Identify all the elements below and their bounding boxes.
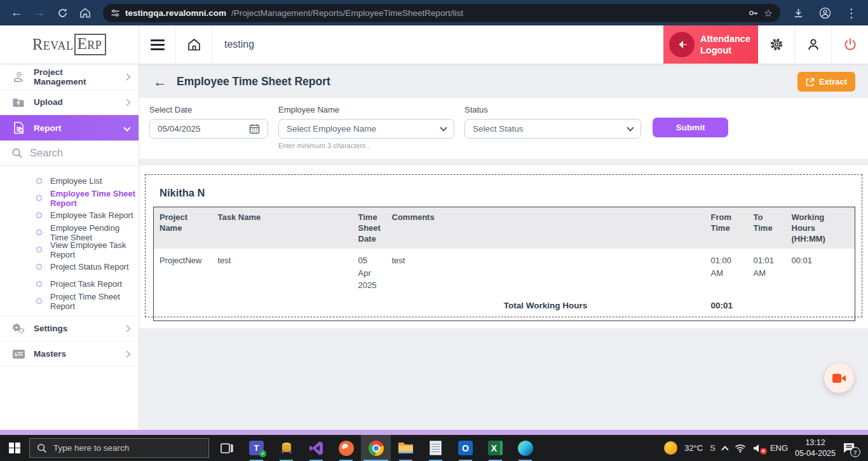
browser-home-button[interactable] <box>74 3 97 23</box>
column-header: Time Sheet Date <box>353 207 386 249</box>
submenu-item-employee-task-report[interactable]: Employee Task Report <box>0 207 139 224</box>
cell-from-time: 01:00 AM <box>705 249 748 298</box>
column-header: Project Name <box>154 207 212 249</box>
app-home-button[interactable] <box>176 25 212 64</box>
taskbar-app-excel[interactable]: X <box>480 435 510 461</box>
visual-studio-icon <box>309 441 324 456</box>
page-title: Employee Time Sheet Report <box>177 75 330 88</box>
total-working-hours-label: Total Working Hours <box>386 298 705 320</box>
weather-sun-icon[interactable] <box>664 441 677 455</box>
hamburger-icon <box>151 39 165 50</box>
employee-name-select[interactable]: Select Employee Name <box>278 119 454 139</box>
password-key-icon[interactable] <box>748 8 759 18</box>
attendance-logout-button[interactable]: Attendance Logout <box>663 25 758 64</box>
browser-menu-button[interactable]: ⋮ <box>840 3 863 23</box>
url-path: /ProjectManagement/Reports/EmployeeTimeS… <box>231 8 743 18</box>
status-select[interactable]: Select Status <box>465 119 641 139</box>
bullet-icon <box>36 247 42 252</box>
download-button[interactable] <box>787 3 810 23</box>
date-label: Select Date <box>149 105 268 114</box>
attendance-label-line1: Attendance <box>700 34 750 44</box>
sidebar-search-input[interactable] <box>30 147 127 159</box>
weather-desc-text[interactable]: S <box>710 443 715 453</box>
employee-group-name: Nikitha N <box>159 187 855 199</box>
submenu-item-view-employee-task-report[interactable]: View Employee Task Report <box>0 241 139 258</box>
site-settings-icon[interactable] <box>111 8 120 18</box>
submenu-item-employee-list[interactable]: Employee List <box>0 172 139 189</box>
taskbar-search-box[interactable]: Type here to search <box>29 438 209 458</box>
total-row: Total Working Hours 00:01 <box>154 298 855 320</box>
home-icon <box>187 38 201 52</box>
svg-text:$: $ <box>15 352 17 357</box>
sidebar-item-upload[interactable]: Upload <box>0 90 139 115</box>
employee-name-label: Employee Name <box>278 105 454 114</box>
browser-back-button[interactable]: ← <box>5 3 28 23</box>
browser-refresh-button[interactable] <box>51 3 74 23</box>
settings-gear-button[interactable] <box>758 25 794 64</box>
bullet-icon <box>36 264 42 270</box>
taskbar-app-notepad[interactable] <box>421 435 451 461</box>
submenu-item-project-status-report[interactable]: Project Status Report <box>0 258 139 275</box>
chevron-right-icon <box>123 99 130 106</box>
browser-profile-button[interactable] <box>813 3 836 23</box>
upload-icon <box>11 97 26 108</box>
sidebar-item-project-management[interactable]: Project Management <box>0 64 139 90</box>
table-row: ProjectNew test 05 Apr 2025 test 01:00 A… <box>154 249 855 298</box>
extract-button[interactable]: Extract <box>797 72 855 92</box>
submenu-item-employee-pending-time-sheet[interactable]: Employee Pending Time Sheet <box>0 224 139 241</box>
masters-icon: $ <box>11 349 26 359</box>
sidebar-item-settings[interactable]: Settings <box>0 316 139 341</box>
browser-forward-button[interactable]: → <box>28 3 51 23</box>
taskbar-clock[interactable]: 13:12 05-04-2025 <box>795 437 836 459</box>
action-center-button[interactable]: 7 <box>843 442 860 454</box>
employee-select-placeholder: Select Employee Name <box>287 124 376 134</box>
date-input[interactable] <box>158 124 227 134</box>
search-icon <box>37 443 47 453</box>
taskbar-app-postman[interactable] <box>331 435 361 461</box>
taskbar-app-ssms[interactable] <box>271 435 301 461</box>
user-profile-button[interactable] <box>795 25 831 64</box>
logo-boxed-text: Erp <box>74 34 107 55</box>
submenu-item-project-time-sheet-report[interactable]: Project Time Sheet Report <box>0 292 139 310</box>
notepad-icon <box>430 441 442 455</box>
taskbar-task-view-button[interactable] <box>212 435 241 461</box>
volume-mute-badge: ✕ <box>760 448 767 455</box>
logo-text: Reval <box>32 36 74 53</box>
bookmark-star-icon[interactable]: ☆ <box>764 7 773 19</box>
back-arrow-button[interactable]: ← <box>153 75 167 89</box>
sidebar-item-masters[interactable]: $ Masters <box>0 341 139 367</box>
sidebar-toggle-button[interactable] <box>139 25 175 64</box>
column-header: Task Name <box>212 207 353 249</box>
date-field-group: Select Date <box>149 105 268 139</box>
address-bar[interactable]: testingqa.revalomni.com /ProjectManageme… <box>103 4 780 22</box>
page-bottom-strip <box>0 430 868 435</box>
home-icon <box>79 7 91 18</box>
report-submenu: Employee List Employee Time Sheet Report… <box>0 166 139 316</box>
taskbar-app-file-explorer[interactable] <box>391 435 421 461</box>
power-logout-button[interactable] <box>832 25 868 64</box>
submenu-item-employee-time-sheet-report[interactable]: Employee Time Sheet Report <box>0 189 139 207</box>
start-button[interactable] <box>0 435 29 461</box>
sidebar-item-report[interactable]: Report <box>0 115 139 141</box>
volume-muted-icon[interactable]: ✕ <box>753 444 763 453</box>
wifi-icon[interactable] <box>735 444 746 453</box>
total-working-hours-value: 00:01 <box>705 298 748 320</box>
taskbar-app-teams[interactable]: T✓ <box>241 435 271 461</box>
bullet-icon <box>36 281 42 287</box>
taskbar-app-edge[interactable] <box>510 435 540 461</box>
submit-button[interactable]: Submit <box>653 118 728 137</box>
screen-recorder-button[interactable] <box>824 363 854 393</box>
taskbar-app-visual-studio[interactable] <box>301 435 331 461</box>
employee-hint-text: Enter minimum 3 characters . <box>278 142 454 149</box>
app-header: RevalErp testing Attendance Log <box>0 25 868 64</box>
date-picker[interactable] <box>149 119 268 139</box>
taskbar-app-outlook[interactable]: O <box>451 435 480 461</box>
taskbar-app-chrome[interactable] <box>361 435 391 461</box>
language-indicator[interactable]: ENG <box>770 443 788 453</box>
temperature-text[interactable]: 32°C <box>684 443 703 453</box>
submenu-item-project-task-report[interactable]: Project Task Report <box>0 275 139 292</box>
tray-expand-chevron[interactable] <box>721 446 728 453</box>
cell-time-sheet-date: 05 Apr 2025 <box>353 249 386 298</box>
chevron-down-icon <box>123 124 130 131</box>
outlook-icon: O <box>458 441 473 455</box>
